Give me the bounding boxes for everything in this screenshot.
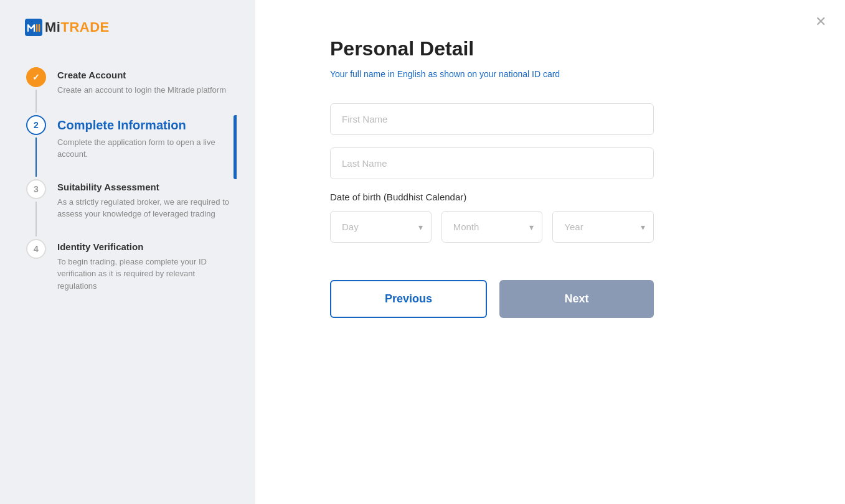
steps-list: ✓ Create Account Create an account to lo… (25, 67, 237, 310)
year-select[interactable]: Year 2566256525642563 2562256125602550 2… (552, 211, 654, 243)
dob-label: Date of birth (Buddhist Calendar) (330, 192, 654, 202)
last-name-input[interactable] (330, 147, 654, 179)
logo: MiTRADE (25, 19, 237, 36)
first-name-field (330, 103, 654, 135)
button-row: Previous Next (330, 280, 654, 318)
close-button[interactable]: ✕ (811, 12, 830, 31)
active-bar (234, 115, 237, 179)
step-2-title: Complete Information (57, 118, 237, 133)
last-name-field (330, 147, 654, 179)
logo-icon (25, 19, 42, 36)
step-3-number: 3 (26, 179, 46, 199)
form-subtitle: Your full name in English as shown on yo… (330, 68, 654, 81)
logo-mi: Mi (45, 19, 60, 35)
step-4-number: 4 (26, 239, 46, 259)
step-1: ✓ Create Account Create an account to lo… (25, 67, 237, 115)
month-select-wrapper: Month JanuaryFebruaryMarchApril MayJuneJ… (441, 211, 543, 243)
step-1-desc: Create an account to login the Mitrade p… (57, 84, 237, 96)
day-select[interactable]: Day 12345 678910 1112131415 1617181920 2… (330, 211, 432, 243)
step-3: 3 Suitability Assessment As a strictly r… (25, 179, 237, 239)
step-1-line (35, 90, 37, 113)
form-area: Personal Detail Your full name in Englis… (330, 37, 654, 318)
step-4-desc: To begin trading, please complete your I… (57, 256, 237, 292)
previous-button[interactable]: Previous (330, 280, 487, 318)
day-select-wrapper: Day 12345 678910 1112131415 1617181920 2… (330, 211, 432, 243)
step-1-number: ✓ (26, 67, 46, 87)
dob-selects: Day 12345 678910 1112131415 1617181920 2… (330, 211, 654, 243)
step-2: 2 Complete Information Complete the appl… (25, 115, 237, 179)
step-3-desc: As a strictly regulated broker, we are r… (57, 196, 237, 220)
month-select[interactable]: Month JanuaryFebruaryMarchApril MayJuneJ… (441, 211, 543, 243)
page-title: Personal Detail (330, 37, 654, 60)
step-2-line (35, 138, 37, 177)
step-4: 4 Identity Verification To begin trading… (25, 239, 237, 311)
first-name-input[interactable] (330, 103, 654, 135)
step-4-title: Identity Verification (57, 241, 237, 252)
sidebar: MiTRADE ✓ Create Account Create an accou… (0, 0, 255, 504)
step-2-number: 2 (26, 115, 46, 135)
step-3-title: Suitability Assessment (57, 182, 237, 192)
step-2-desc: Complete the application form to open a … (57, 136, 237, 161)
step-1-title: Create Account (57, 70, 237, 80)
logo-trade: TRADE (60, 19, 109, 35)
step-3-line (35, 202, 37, 236)
year-select-wrapper: Year 2566256525642563 2562256125602550 2… (552, 211, 654, 243)
next-button[interactable]: Next (499, 280, 654, 318)
main-content: ✕ Personal Detail Your full name in Engl… (255, 0, 845, 504)
